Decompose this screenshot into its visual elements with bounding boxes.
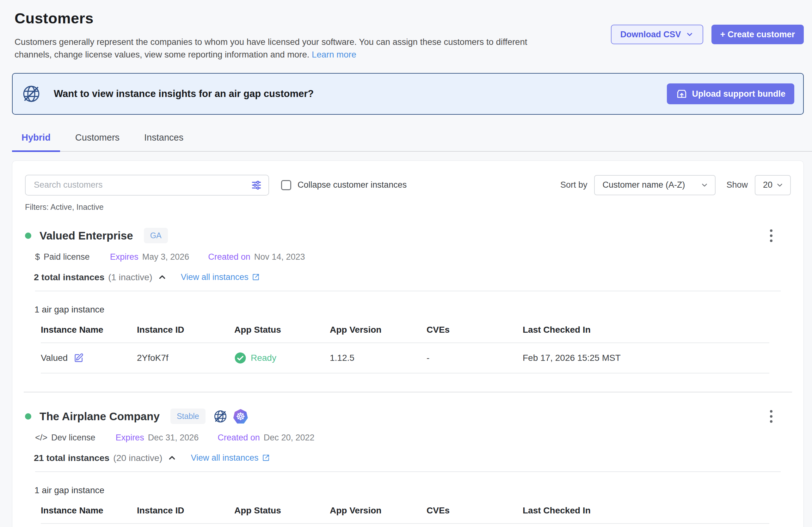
customers-panel: Collapse customer instances Sort by Cust… — [12, 161, 804, 527]
airgap-instance-count: 1 air gap instance — [34, 485, 791, 495]
tab-hybrid[interactable]: Hybrid — [12, 132, 60, 152]
airgap-banner: Want to view instance insights for an ai… — [12, 73, 804, 115]
divider — [35, 291, 781, 291]
instance-name: Valued — [41, 353, 68, 363]
col-cves: CVEs — [426, 506, 523, 524]
create-customer-button[interactable]: + Create customer — [711, 25, 804, 44]
chevron-up-icon[interactable] — [167, 453, 177, 463]
sort-by-value: Customer name (A-Z) — [603, 180, 685, 190]
upload-support-bundle-label: Upload support bundle — [692, 89, 785, 99]
license-type: Dev license — [51, 433, 96, 443]
tab-customers[interactable]: Customers — [66, 132, 129, 152]
channel-badge: GA — [144, 228, 168, 243]
page-header: Customers Customers generally represent … — [0, 0, 812, 61]
kebab-menu-icon[interactable] — [768, 227, 774, 244]
learn-more-link[interactable]: Learn more — [312, 50, 356, 59]
customer-card-the-airplane-company: The Airplane Company Stable ☸ </> Dev li… — [12, 408, 803, 524]
table-row: Valued 2YfoK7f Ready 1.12.5 - Feb 17, 20… — [41, 343, 769, 373]
tabs-bar: Hybrid Customers Instances — [12, 132, 812, 152]
active-filters-text: Filters: Active, Inactive — [12, 202, 803, 212]
upload-icon — [676, 88, 688, 100]
sort-area: Sort by Customer name (A-Z) Show 20 — [560, 175, 791, 195]
chevron-up-icon[interactable] — [158, 272, 167, 282]
col-instance-id: Instance ID — [137, 506, 234, 524]
collapse-instances-checkbox[interactable] — [281, 180, 291, 190]
col-app-version: App Version — [330, 325, 426, 343]
show-label: Show — [726, 180, 748, 190]
external-link-icon — [252, 273, 260, 281]
view-all-instances-link[interactable]: View all instances — [191, 453, 270, 463]
description-line-2: channels, change license values, view so… — [15, 50, 312, 59]
cves-value: - — [426, 343, 523, 373]
expires-group: Expires Dec 31, 2026 — [116, 433, 199, 443]
airgap-globe-icon — [213, 409, 228, 424]
created-group: Created on Dec 20, 2022 — [218, 433, 314, 443]
table-header-row: Instance Name Instance ID App Status App… — [41, 506, 769, 524]
status-dot — [25, 232, 31, 239]
inactive-instances: (20 inactive) — [113, 453, 162, 463]
expires-label: Expires — [116, 433, 144, 443]
kubernetes-icon: ☸ — [233, 409, 248, 424]
page-title: Customers — [15, 10, 804, 27]
total-instances: 2 total instances — [34, 272, 104, 283]
download-csv-label: Download CSV — [620, 30, 681, 40]
collapse-instances-label: Collapse customer instances — [298, 180, 407, 190]
customer-header: The Airplane Company Stable ☸ — [25, 408, 791, 425]
customer-card-valued-enterprise: Valued Enterprise GA $ Paid license Expi… — [12, 227, 803, 374]
app-version: 1.12.5 — [330, 343, 426, 373]
chevron-down-icon — [700, 181, 709, 189]
instances-summary-row: 21 total instances (20 inactive) View al… — [34, 453, 791, 463]
show-value: 20 — [763, 180, 772, 190]
search-wrap — [25, 175, 269, 196]
last-checked-in: Feb 17, 2026 15:25 MST — [523, 343, 769, 373]
check-circle-icon — [234, 352, 246, 364]
col-instance-name: Instance Name — [41, 325, 137, 343]
show-select[interactable]: 20 — [755, 175, 791, 195]
search-input[interactable] — [25, 175, 269, 196]
col-last-checked-in: Last Checked In — [523, 506, 769, 524]
toolbar: Collapse customer instances Sort by Cust… — [12, 175, 803, 196]
created-on-label: Created on — [208, 252, 250, 262]
sliders-icon[interactable] — [251, 179, 262, 191]
expires-group: Expires May 3, 2026 — [110, 252, 189, 262]
customer-header: Valued Enterprise GA — [25, 227, 791, 244]
license-row: </> Dev license Expires Dec 31, 2026 Cre… — [35, 433, 791, 443]
created-group: Created on Nov 14, 2023 — [208, 252, 305, 262]
created-date: Nov 14, 2023 — [254, 252, 305, 262]
col-instance-id: Instance ID — [137, 325, 234, 343]
sort-by-select[interactable]: Customer name (A-Z) — [594, 175, 715, 195]
customer-separator — [24, 392, 792, 392]
edit-icon[interactable] — [73, 352, 84, 363]
col-app-version: App Version — [330, 506, 426, 524]
customer-name[interactable]: The Airplane Company — [40, 410, 160, 423]
upload-support-bundle-button[interactable]: Upload support bundle — [667, 84, 794, 104]
expires-date: Dec 31, 2026 — [148, 433, 199, 443]
external-link-icon — [262, 454, 270, 462]
view-all-instances-label: View all instances — [181, 272, 248, 282]
code-icon: </> — [35, 433, 47, 443]
airgap-instance-count: 1 air gap instance — [34, 304, 791, 315]
tab-instances[interactable]: Instances — [135, 132, 193, 152]
col-app-status: App Status — [234, 506, 330, 524]
customer-name[interactable]: Valued Enterprise — [40, 229, 133, 242]
col-instance-name: Instance Name — [41, 506, 137, 524]
license-type: Paid license — [44, 252, 90, 262]
chevron-down-icon — [685, 30, 694, 39]
create-customer-label: + Create customer — [720, 30, 795, 40]
divider — [35, 471, 781, 472]
created-date: Dec 20, 2022 — [264, 433, 315, 443]
expires-label: Expires — [110, 252, 139, 262]
dollar-icon: $ — [35, 252, 40, 262]
download-csv-button[interactable]: Download CSV — [611, 25, 703, 44]
view-all-instances-link[interactable]: View all instances — [181, 272, 260, 282]
instances-table: Instance Name Instance ID App Status App… — [41, 325, 769, 374]
total-instances: 21 total instances — [34, 453, 110, 463]
kebab-menu-icon[interactable] — [768, 408, 774, 425]
sort-by-label: Sort by — [560, 180, 588, 190]
col-cves: CVEs — [426, 325, 523, 343]
inactive-instances: (1 inactive) — [108, 272, 152, 283]
instances-table: Instance Name Instance ID App Status App… — [41, 506, 769, 524]
header-actions: Download CSV + Create customer — [611, 25, 804, 44]
col-app-status: App Status — [234, 325, 330, 343]
status-dot — [25, 413, 31, 420]
